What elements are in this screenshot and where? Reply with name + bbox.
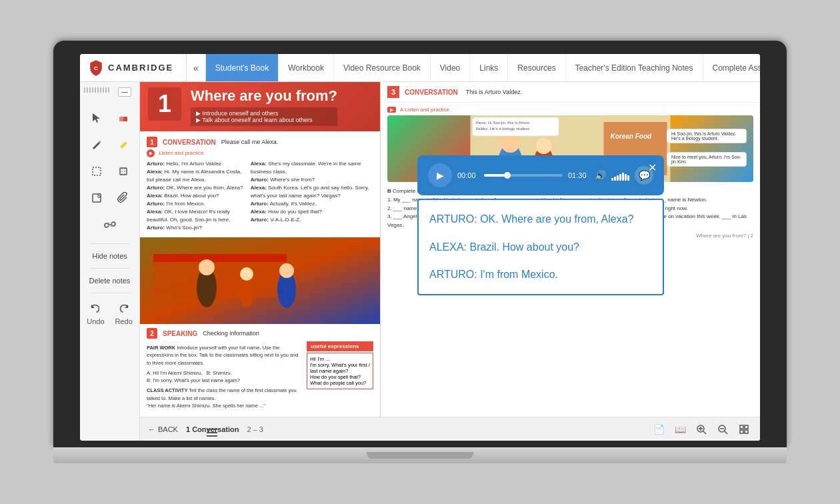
page-left: 1 Where are you from? ▶ Introduce onesel… — [140, 82, 380, 441]
svg-rect-12 — [153, 257, 287, 297]
vol-bar-2 — [614, 177, 616, 181]
tab-assessment[interactable]: Complete Assessment Intro — [703, 54, 760, 81]
svg-rect-4 — [93, 167, 101, 175]
fit-page-button[interactable] — [736, 421, 752, 437]
svg-point-24 — [501, 134, 520, 153]
vol-bar-7 — [627, 175, 629, 181]
section-2-number: 2 — [147, 328, 157, 339]
screen: C CAMBRIDGE « Student's Book Workbook Vi… — [80, 54, 760, 441]
unit-number: 1 — [148, 87, 181, 121]
toolbar-separator-3 — [90, 293, 130, 293]
right-page-header: 3 CONVERSATION This is Arturo Valdez. — [381, 82, 760, 103]
toolbar: — — [80, 82, 140, 441]
sticky-note-button[interactable] — [86, 187, 107, 209]
redo-icon — [117, 303, 131, 316]
eraser-tool-button[interactable] — [113, 107, 134, 129]
bottom-toolbar: 📄 📖 — [651, 421, 752, 437]
section-3-number: 3 — [387, 86, 399, 98]
unit-title: Where are you from? — [191, 87, 337, 105]
play-button[interactable]: ▶ — [428, 163, 452, 187]
section-2-subtitle: Checking information — [203, 330, 259, 337]
page-range: 2 – 3 — [247, 425, 263, 433]
zoom-in-button[interactable] — [693, 421, 709, 437]
audio-controls: ▶ 00:00 01:30 🔊 — [428, 163, 653, 187]
section-1-title: CONVERSATION — [163, 139, 216, 146]
svg-line-31 — [703, 431, 706, 434]
svg-rect-5 — [120, 168, 127, 175]
tab-video-resource[interactable]: Video Resource Book — [334, 54, 431, 81]
toolbar-row-4 — [86, 187, 134, 209]
volume-button[interactable]: 🔊 — [595, 170, 606, 181]
vol-bar-5 — [622, 173, 624, 181]
korean-food-image: Korean Food — [140, 237, 380, 324]
svg-rect-38 — [745, 425, 748, 429]
vol-bar-1 — [611, 178, 613, 181]
book-view-button[interactable]: 📖 — [672, 421, 688, 437]
cursor-icon — [91, 112, 103, 124]
link-button[interactable] — [99, 214, 121, 235]
svg-point-17 — [240, 267, 253, 281]
transcript-content: ARTURO: OK. Where are you from, Alexa? A… — [429, 211, 652, 283]
document-view-button[interactable]: 📄 — [651, 421, 667, 437]
tab-resources[interactable]: Resources — [508, 54, 565, 81]
zoom-in-icon — [696, 424, 707, 435]
useful-expressions-content: Hi! I'm ... I'm sorry. What's your first… — [307, 353, 373, 389]
tab-teachers-edition[interactable]: Teacher's Edition Teaching Notes — [566, 54, 703, 81]
tab-workbook[interactable]: Workbook — [279, 54, 334, 81]
shape-icon — [91, 165, 103, 177]
back-button[interactable]: ← BACK — [148, 425, 178, 433]
useful-expressions-box: useful expressions Hi! I'm ... I'm sorry… — [307, 341, 373, 409]
listen-play-icon[interactable]: ▶ — [147, 149, 155, 157]
unit-header: 1 Where are you from? ▶ Introduce onesel… — [140, 82, 380, 131]
section-1-subtitle: Please call me Alexa. — [221, 139, 279, 145]
progress-bar[interactable] — [484, 174, 563, 177]
pair-work-instruction: PAIR WORK Introduce yourself with your f… — [147, 344, 301, 367]
highlighter-tool-button[interactable] — [113, 134, 134, 155]
bottom-bar: ← BACK 1 Conversation 2 – 3 📄 📖 — [140, 417, 760, 441]
highlighter-icon — [117, 139, 129, 151]
logo-area: C CAMBRIDGE — [80, 54, 187, 81]
logo-text: CAMBRIDGE — [108, 63, 173, 73]
section-3-title: CONVERSATION — [405, 89, 458, 96]
unit-subtitle: ▶ Introduce oneself and others ▶ Talk ab… — [191, 107, 337, 126]
audio-close-button[interactable]: ✕ — [645, 161, 659, 174]
svg-rect-3 — [123, 117, 127, 121]
svg-rect-39 — [740, 430, 743, 433]
section-1-number: 1 — [147, 137, 157, 147]
listen-play-btn[interactable]: ▶ — [387, 107, 396, 113]
laptop-notch — [367, 452, 473, 459]
hide-notes-button[interactable]: Hide notes — [87, 249, 133, 263]
shape-tool-button[interactable] — [86, 161, 107, 182]
audio-player: ✕ ▶ 00:00 01:30 🔊 — [417, 155, 664, 195]
collapse-nav-button[interactable]: « — [187, 54, 206, 81]
pen-tool-button[interactable] — [86, 134, 107, 155]
svg-point-15 — [199, 259, 215, 275]
attachment-button[interactable] — [113, 187, 134, 209]
zoom-out-button[interactable] — [715, 421, 731, 437]
zoom-out-icon — [717, 424, 728, 435]
redo-button[interactable]: Redo — [115, 303, 133, 325]
hamburger-menu-button[interactable] — [207, 429, 217, 437]
select-tool-button[interactable] — [86, 107, 107, 129]
soojin-speech-bubble: Nice to meet you, Arturo. I'm Soo-jin Ki… — [667, 152, 747, 167]
svg-rect-37 — [740, 425, 743, 429]
tab-students-book[interactable]: Student's Book — [206, 54, 279, 81]
svg-text:Korean Food: Korean Food — [611, 133, 653, 140]
logo-shield-icon: C — [88, 59, 104, 77]
stamp-icon — [117, 165, 129, 177]
exercise-a: A: Hi! I'm Akemi Shimizu. B: Shimizu. B:… — [147, 369, 301, 385]
book-area: 1 Where are you from? ▶ Introduce onesel… — [140, 82, 760, 441]
navigation-bar: C CAMBRIDGE « Student's Book Workbook Vi… — [80, 54, 760, 82]
market-illustration — [140, 237, 380, 324]
tab-video[interactable]: Video — [431, 54, 470, 81]
delete-notes-button[interactable]: Delete notes — [84, 274, 136, 287]
book-pages: 1 Where are you from? ▶ Introduce onesel… — [140, 82, 760, 441]
stamp-tool-button[interactable] — [113, 161, 134, 182]
svg-text:Valdez. He's a biology student: Valdez. He's a biology student. — [476, 127, 531, 131]
tab-links[interactable]: Links — [470, 54, 508, 81]
toolbar-row-1 — [86, 107, 134, 129]
speaking-section: 2 SPEAKING Checking information PAIR WOR… — [140, 324, 380, 413]
speaking-exercises: PAIR WORK Introduce yourself with your f… — [147, 341, 301, 409]
undo-button[interactable]: Undo — [87, 303, 104, 325]
minimize-toolbar-button[interactable]: — — [118, 87, 131, 97]
